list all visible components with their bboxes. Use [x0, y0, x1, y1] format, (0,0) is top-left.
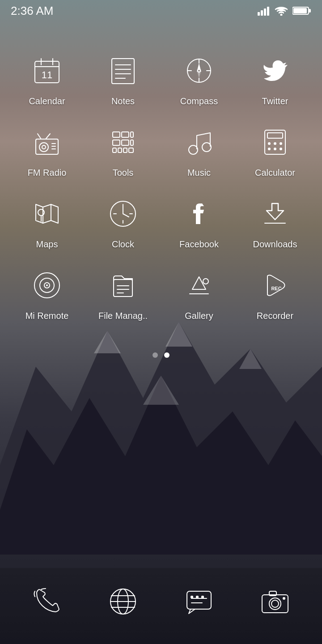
svg-rect-48	[123, 148, 127, 153]
svg-point-76	[46, 284, 48, 286]
dock-item-browser[interactable]	[85, 577, 161, 626]
app-label-calendar: Calendar	[29, 96, 65, 106]
svg-point-54	[268, 142, 271, 145]
app-label-music: Music	[187, 168, 211, 178]
app-label-radio: FM Radio	[28, 168, 67, 178]
svg-point-100	[283, 597, 285, 600]
app-item-notes[interactable]: Notes	[85, 44, 161, 115]
svg-point-58	[274, 148, 276, 150]
svg-rect-42	[131, 132, 133, 137]
gallery-icon	[179, 265, 219, 305]
svg-point-59	[280, 148, 282, 150]
app-label-downloads: Downloads	[253, 239, 297, 250]
svg-point-51	[202, 143, 211, 152]
svg-line-33	[38, 134, 41, 139]
app-grid: 11 Calendar Notes Compass	[0, 30, 322, 343]
app-item-twitter[interactable]: Twitter	[237, 44, 313, 115]
svg-rect-40	[113, 132, 120, 137]
app-label-compass: Compass	[180, 96, 218, 106]
app-label-clock: Clock	[112, 239, 134, 250]
phone-dock-icon	[27, 581, 67, 622]
svg-rect-45	[131, 140, 133, 145]
svg-point-36	[42, 145, 46, 149]
app-label-tools: Tools	[113, 168, 134, 178]
svg-point-56	[280, 142, 282, 145]
app-label-facebook: Facebook	[179, 239, 219, 250]
app-label-maps: Maps	[36, 239, 58, 250]
app-label-notes: Notes	[111, 96, 135, 106]
svg-rect-6	[258, 12, 260, 16]
recorder-icon: REC	[255, 265, 295, 305]
svg-rect-94	[201, 596, 204, 598]
dock-item-camera[interactable]	[237, 577, 313, 626]
app-label-files: File Manag..	[98, 311, 148, 321]
signal-icon	[258, 6, 270, 16]
downloads-icon	[255, 194, 295, 234]
app-item-clock[interactable]: Clock	[85, 187, 161, 258]
status-bar: 2:36 AM	[0, 0, 322, 21]
svg-marker-71	[267, 203, 284, 220]
app-item-music[interactable]: Music	[161, 115, 237, 187]
svg-rect-47	[118, 148, 122, 153]
maps-icon	[27, 194, 67, 234]
svg-rect-44	[122, 140, 129, 145]
app-item-gallery[interactable]: Gallery	[161, 258, 237, 330]
app-label-remote: Mi Remote	[25, 311, 69, 321]
notes-icon	[103, 51, 143, 91]
clock-icon	[103, 194, 143, 234]
svg-rect-13	[293, 8, 307, 13]
svg-point-35	[39, 143, 48, 152]
svg-text:REC: REC	[271, 286, 281, 291]
svg-point-10	[280, 14, 283, 16]
app-item-compass[interactable]: Compass	[161, 44, 237, 115]
svg-line-34	[46, 134, 50, 139]
app-item-tools[interactable]: Tools	[85, 115, 161, 187]
svg-rect-8	[264, 8, 266, 16]
app-label-twitter: Twitter	[262, 96, 288, 106]
svg-rect-9	[267, 7, 269, 16]
page-dots	[0, 352, 322, 358]
svg-rect-49	[129, 148, 133, 153]
dock-item-phone[interactable]	[9, 577, 85, 626]
status-time: 2:36 AM	[11, 4, 53, 18]
twitter-icon	[255, 51, 295, 91]
app-item-files[interactable]: File Manag..	[85, 258, 161, 330]
app-item-radio[interactable]: FM Radio	[9, 115, 85, 187]
svg-rect-77	[114, 280, 132, 297]
svg-point-82	[203, 279, 208, 284]
svg-rect-90	[187, 591, 211, 609]
dock-item-messages[interactable]	[161, 577, 237, 626]
svg-rect-46	[113, 148, 116, 153]
svg-rect-93	[196, 596, 199, 598]
status-icons	[258, 6, 311, 16]
app-item-recorder[interactable]: REC Recorder	[237, 258, 313, 330]
messages-dock-icon	[179, 581, 219, 622]
dock	[0, 568, 322, 644]
compass-icon	[179, 51, 219, 91]
svg-point-57	[268, 148, 271, 150]
tools-icon	[103, 122, 143, 162]
app-item-calendar[interactable]: 11 Calendar	[9, 44, 85, 115]
music-icon	[179, 122, 219, 162]
browser-dock-icon	[103, 581, 143, 622]
page-dot-2[interactable]	[164, 352, 169, 358]
svg-point-98	[271, 600, 279, 607]
wifi-icon	[275, 6, 288, 16]
svg-rect-19	[112, 59, 134, 84]
page-dot-1[interactable]	[153, 352, 158, 358]
app-item-downloads[interactable]: Downloads	[237, 187, 313, 258]
calendar-icon: 11	[27, 51, 67, 91]
svg-point-55	[274, 142, 276, 145]
app-item-facebook[interactable]: Facebook	[161, 187, 237, 258]
camera-dock-icon	[255, 581, 295, 622]
svg-rect-95	[191, 596, 193, 598]
radio-icon	[27, 122, 67, 162]
svg-rect-43	[113, 140, 120, 145]
facebook-icon	[179, 194, 219, 234]
app-item-remote[interactable]: Mi Remote	[9, 258, 85, 330]
app-item-calculator[interactable]: Calculator	[237, 115, 313, 187]
svg-marker-31	[197, 69, 201, 78]
app-item-maps[interactable]: Maps	[9, 187, 85, 258]
svg-rect-53	[267, 133, 283, 138]
svg-rect-7	[261, 10, 263, 16]
